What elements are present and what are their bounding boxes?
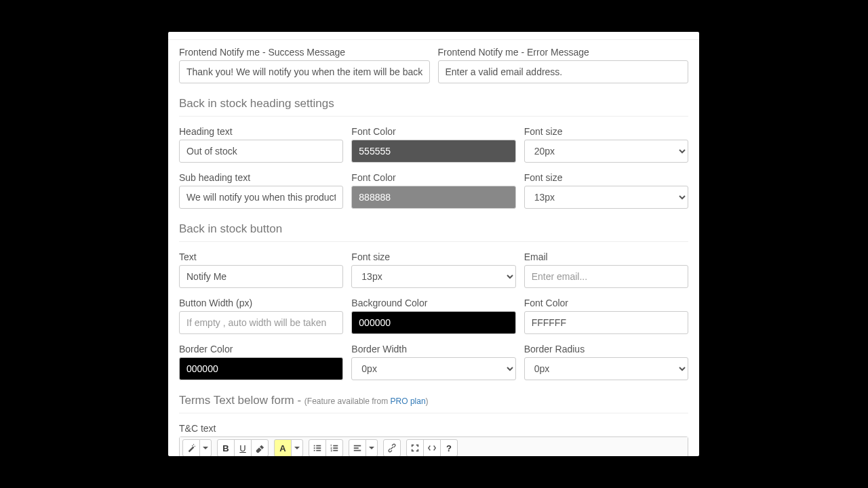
- heading-size-label: Font size: [524, 126, 688, 137]
- border-width-select[interactable]: 0px: [351, 357, 515, 380]
- heading-size-select[interactable]: 20px: [524, 140, 688, 163]
- link-button[interactable]: [383, 439, 401, 456]
- border-color-label: Border Color: [179, 344, 343, 354]
- pro-plan-link[interactable]: PRO plan: [391, 396, 426, 406]
- button-size-select[interactable]: 13px: [351, 265, 515, 288]
- button-bg-input[interactable]: [351, 311, 515, 334]
- border-color-input[interactable]: [179, 357, 343, 380]
- tc-text-label: T&C text: [179, 423, 688, 434]
- underline-button[interactable]: U: [234, 439, 252, 456]
- magic-button[interactable]: [182, 439, 200, 456]
- button-bg-label: Background Color: [351, 298, 515, 308]
- subheading-text-input[interactable]: [179, 186, 343, 209]
- subheading-size-select[interactable]: 13px: [524, 186, 688, 209]
- terms-note-suffix: ): [426, 396, 429, 406]
- magic-icon: [186, 443, 196, 453]
- error-msg-input[interactable]: [438, 60, 689, 83]
- fullscreen-button[interactable]: [406, 439, 424, 456]
- clear-format-button[interactable]: [251, 439, 269, 456]
- terms-note-prefix: (Feature available from: [304, 396, 391, 406]
- button-email-label: Email: [524, 251, 688, 262]
- align-button[interactable]: [349, 439, 366, 456]
- success-msg-input[interactable]: [179, 60, 430, 83]
- font-color-button[interactable]: A: [274, 439, 292, 456]
- success-msg-label: Frontend Notify me - Success Message: [179, 47, 430, 58]
- heading-color-input[interactable]: [351, 140, 515, 163]
- font-color-dropdown[interactable]: [291, 439, 303, 456]
- magic-dropdown[interactable]: [199, 439, 212, 456]
- button-font-color-label: Font Color: [524, 298, 688, 308]
- heading-text-input[interactable]: [179, 140, 343, 163]
- terms-title-text: Terms Text below form -: [179, 394, 304, 407]
- unordered-list-button[interactable]: [309, 439, 326, 456]
- ul-icon: [313, 443, 322, 453]
- subheading-size-label: Font size: [524, 172, 688, 183]
- code-icon: [427, 443, 437, 453]
- heading-color-label: Font Color: [351, 126, 515, 137]
- bold-button[interactable]: B: [217, 439, 235, 456]
- link-icon: [387, 443, 397, 453]
- ol-icon: [330, 443, 339, 453]
- rich-text-editor: B U A: [179, 436, 688, 456]
- ordered-list-button[interactable]: [326, 439, 343, 456]
- code-view-button[interactable]: [423, 439, 441, 456]
- align-dropdown[interactable]: [366, 439, 378, 456]
- button-width-input[interactable]: [179, 311, 343, 334]
- settings-panel: Frontend Notify me - Success Message Fro…: [168, 32, 699, 456]
- border-width-label: Border Width: [351, 344, 515, 354]
- border-radius-label: Border Radius: [524, 344, 688, 354]
- heading-text-label: Heading text: [179, 126, 343, 137]
- border-radius-select[interactable]: 0px: [524, 357, 688, 380]
- panel-top-divider: [168, 32, 699, 40]
- button-size-label: Font size: [351, 251, 515, 262]
- button-text-label: Text: [179, 251, 343, 262]
- help-button[interactable]: ?: [440, 439, 458, 456]
- align-icon: [353, 443, 362, 453]
- subheading-text-label: Sub heading text: [179, 172, 343, 183]
- error-msg-label: Frontend Notify me - Error Message: [438, 47, 689, 58]
- editor-toolbar: B U A: [180, 437, 688, 456]
- heading-section-title: Back in stock heading settings: [179, 93, 688, 117]
- button-font-color-input[interactable]: [524, 311, 688, 334]
- eraser-icon: [255, 443, 264, 453]
- subheading-color-label: Font Color: [351, 172, 515, 183]
- fullscreen-icon: [410, 443, 420, 453]
- subheading-color-input[interactable]: [351, 186, 515, 209]
- button-email-input[interactable]: [524, 265, 688, 288]
- button-text-input[interactable]: [179, 265, 343, 288]
- button-width-label: Button Width (px): [179, 298, 343, 308]
- terms-section-title: Terms Text below form - (Feature availab…: [179, 390, 688, 413]
- button-section-title: Back in stock button: [179, 218, 688, 242]
